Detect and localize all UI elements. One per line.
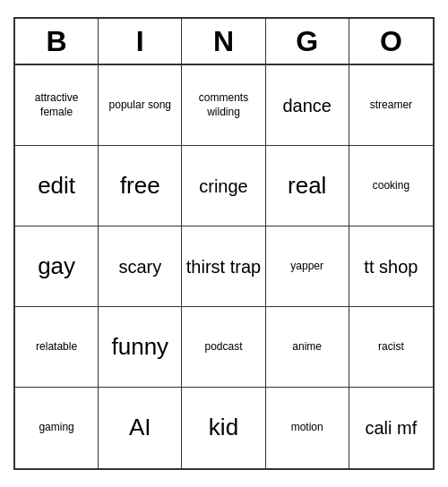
bingo-header: BINGO [15,19,433,65]
bingo-cell: streamer [349,65,433,146]
header-letter: I [99,19,182,64]
cell-text: cooking [373,179,409,193]
cell-text: relatable [36,340,77,355]
bingo-cell: scary [99,226,182,307]
bingo-cell: gay [15,226,99,307]
cell-text: real [288,171,326,201]
cell-text: gaming [39,421,73,435]
cell-text: AI [129,413,151,443]
header-letter: G [266,19,349,64]
bingo-cell: funny [99,307,182,388]
bingo-cell: cali mf [349,388,433,468]
bingo-cell: cooking [349,146,433,226]
header-letter: B [15,19,99,64]
cell-text: scary [118,255,161,278]
cell-text: popular song [109,98,171,113]
bingo-cell: gaming [15,388,99,468]
cell-text: edit [38,171,75,201]
cell-text: gay [38,252,75,282]
bingo-cell: thirst trap [182,226,265,307]
cell-text: thirst trap [186,255,261,278]
bingo-cell: real [266,146,349,226]
header-letter: N [182,19,265,64]
bingo-cell: comments wilding [182,65,265,146]
bingo-cell: kid [182,388,265,468]
header-letter: O [349,19,433,64]
cell-text: attractive female [19,91,94,119]
bingo-cell: popular song [99,65,182,146]
cell-text: tt shop [364,255,418,278]
cell-text: streamer [370,98,412,113]
bingo-cell: edit [15,146,99,226]
bingo-grid: attractive femalepopular songcomments wi… [15,65,433,468]
cell-text: yapper [290,260,323,274]
cell-text: podcast [204,340,242,355]
bingo-cell: tt shop [349,226,433,307]
bingo-cell: relatable [15,307,99,388]
bingo-cell: cringe [182,146,265,226]
cell-text: comments wilding [185,91,261,119]
cell-text: anime [292,340,322,355]
cell-text: motion [291,421,323,435]
bingo-cell: podcast [182,307,265,388]
cell-text: funny [111,332,168,363]
cell-text: kid [209,413,238,443]
bingo-card: BINGO attractive femalepopular songcomme… [13,17,435,470]
bingo-cell: free [99,146,182,226]
cell-text: cali mf [365,416,417,440]
bingo-cell: motion [266,388,349,468]
cell-text: racist [378,340,404,355]
cell-text: cringe [199,175,247,198]
cell-text: dance [282,94,332,117]
bingo-cell: racist [349,307,433,388]
bingo-cell: dance [266,65,349,146]
bingo-cell: attractive female [15,65,99,146]
bingo-cell: yapper [266,226,349,307]
bingo-cell: anime [266,307,349,388]
bingo-cell: AI [99,388,182,468]
cell-text: free [120,171,160,201]
